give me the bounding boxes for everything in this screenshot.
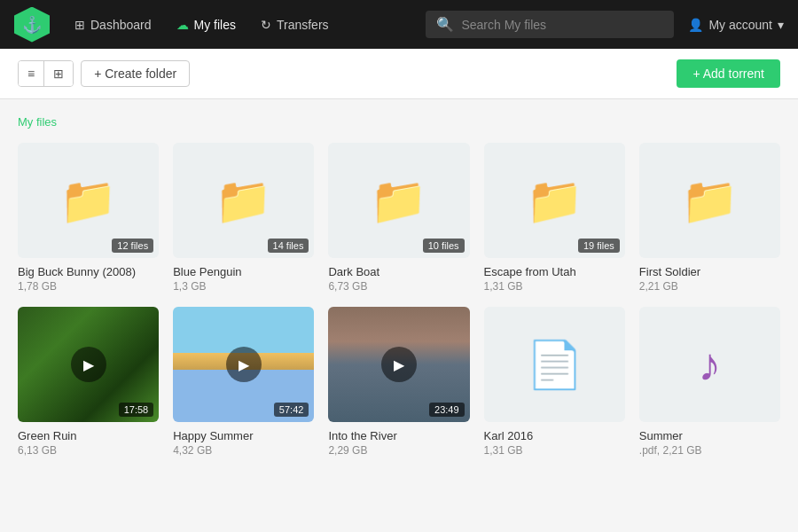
breadcrumb[interactable]: My files	[18, 115, 57, 129]
toolbar-left: ≡ ⊞ + Create folder	[18, 60, 190, 87]
chevron-down-icon: ▾	[778, 18, 784, 32]
file-name: Into the River	[328, 429, 469, 442]
file-thumbnail: 📁 12 files	[18, 143, 159, 258]
file-badge: 19 files	[578, 239, 620, 253]
file-thumbnail: ▶ 17:58	[18, 307, 159, 422]
file-thumbnail: 📁	[639, 143, 780, 258]
file-meta: 6,73 GB	[328, 280, 469, 293]
music-icon: ♪	[698, 338, 721, 391]
play-button-icon: ▶	[226, 347, 262, 382]
file-meta: 1,31 GB	[484, 280, 625, 293]
file-badge: 14 files	[268, 239, 309, 253]
file-item-first-soldier[interactable]: 📁 First Soldier 2,21 GB	[639, 143, 780, 293]
files-grid: 📁 12 files Big Buck Bunny (2008) 1,78 GB…	[18, 143, 780, 457]
file-thumbnail: 📁 19 files	[484, 143, 625, 258]
document-icon: 📄	[526, 338, 583, 392]
file-name: Summer	[639, 429, 780, 442]
create-folder-button[interactable]: + Create folder	[81, 60, 190, 87]
view-toggle: ≡ ⊞	[18, 60, 74, 87]
file-name: Blue Penguin	[173, 265, 314, 278]
nav-my-files-label: My files	[194, 18, 236, 32]
nav-transfers[interactable]: ↻ Transfers	[250, 12, 340, 37]
file-item-big-buck-bunny[interactable]: 📁 12 files Big Buck Bunny (2008) 1,78 GB	[18, 143, 159, 293]
toolbar: ≡ ⊞ + Create folder + Add torrent	[0, 49, 798, 99]
dashboard-icon: ⊞	[74, 18, 85, 32]
add-torrent-button[interactable]: + Add torrent	[677, 59, 780, 88]
content: My files 📁 12 files Big Buck Bunny (2008…	[0, 99, 798, 471]
file-badge: 12 files	[112, 239, 153, 253]
file-name: Big Buck Bunny (2008)	[18, 265, 159, 278]
file-item-blue-penguin[interactable]: 📁 14 files Blue Penguin 1,3 GB	[173, 143, 314, 293]
list-view-button[interactable]: ≡	[19, 61, 44, 86]
file-name: Happy Summer	[173, 429, 314, 442]
search-icon: 🔍	[436, 16, 454, 33]
file-item-dark-boat[interactable]: 📁 10 files Dark Boat 6,73 GB	[328, 143, 469, 293]
folder-icon: 📁	[59, 174, 117, 228]
nav-my-files[interactable]: ☁ My files	[166, 12, 246, 37]
file-name: Green Ruin	[18, 429, 159, 442]
file-meta: 1,3 GB	[173, 280, 314, 293]
file-meta: 6,13 GB	[18, 444, 159, 457]
account-label: My account	[708, 18, 772, 32]
file-meta: 2,29 GB	[328, 444, 469, 457]
file-name: Dark Boat	[328, 265, 469, 278]
file-name: Escape from Utah	[484, 265, 625, 278]
file-thumbnail: 📁 10 files	[328, 143, 469, 258]
folder-icon: 📁	[215, 174, 272, 228]
file-item-summer[interactable]: ♪ Summer .pdf, 2,21 GB	[639, 307, 780, 457]
play-button-icon: ▶	[381, 347, 417, 382]
nav-dashboard[interactable]: ⊞ Dashboard	[64, 12, 162, 37]
file-thumbnail: 📄	[484, 307, 625, 422]
search-input[interactable]	[461, 18, 663, 32]
header: ⚓ ⊞ Dashboard ☁ My files ↻ Transfers 🔍 👤…	[0, 0, 798, 49]
file-item-karl-2016[interactable]: 📄 Karl 2016 1,31 GB	[484, 307, 625, 457]
cloud-icon: ☁	[176, 18, 189, 32]
file-meta: .pdf, 2,21 GB	[639, 444, 780, 457]
file-item-escape-from-utah[interactable]: 📁 19 files Escape from Utah 1,31 GB	[484, 143, 625, 293]
logo[interactable]: ⚓	[14, 7, 50, 43]
list-icon: ≡	[27, 66, 35, 81]
transfer-icon: ↻	[261, 18, 271, 32]
grid-icon: ⊞	[53, 66, 64, 81]
folder-icon: 📁	[526, 174, 583, 228]
file-item-green-ruin[interactable]: ▶ 17:58 Green Ruin 6,13 GB	[18, 307, 159, 457]
search-area: 🔍	[426, 11, 674, 38]
file-badge: 17:58	[119, 403, 154, 417]
play-button-icon: ▶	[71, 347, 106, 382]
create-folder-label: + Create folder	[94, 66, 176, 81]
logo-icon: ⚓	[22, 15, 42, 35]
file-item-happy-summer[interactable]: ▶ 57:42 Happy Summer 4,32 GB	[173, 307, 314, 457]
file-meta: 4,32 GB	[173, 444, 314, 457]
folder-icon: 📁	[681, 174, 739, 228]
nav-transfers-label: Transfers	[277, 18, 329, 32]
file-thumbnail: 📁 14 files	[173, 143, 314, 258]
file-badge: 57:42	[274, 403, 309, 417]
add-torrent-label: + Add torrent	[692, 66, 764, 81]
file-meta: 2,21 GB	[639, 280, 780, 293]
file-badge: 23:49	[429, 403, 465, 417]
file-name: Karl 2016	[484, 429, 625, 442]
file-thumbnail: ▶ 57:42	[173, 307, 314, 422]
account-icon: 👤	[688, 18, 703, 32]
grid-view-button[interactable]: ⊞	[44, 61, 73, 86]
file-meta: 1,31 GB	[484, 444, 625, 457]
file-badge: 10 files	[423, 239, 465, 253]
account-menu[interactable]: 👤 My account ▾	[688, 18, 784, 32]
file-item-into-the-river[interactable]: ▶ 23:49 Into the River 2,29 GB	[328, 307, 469, 457]
file-thumbnail: ▶ 23:49	[328, 307, 469, 422]
nav: ⊞ Dashboard ☁ My files ↻ Transfers	[64, 12, 411, 37]
nav-dashboard-label: Dashboard	[90, 18, 152, 32]
file-thumbnail: ♪	[639, 307, 780, 422]
folder-icon: 📁	[370, 174, 427, 228]
file-meta: 1,78 GB	[18, 280, 159, 293]
file-name: First Soldier	[639, 265, 780, 278]
